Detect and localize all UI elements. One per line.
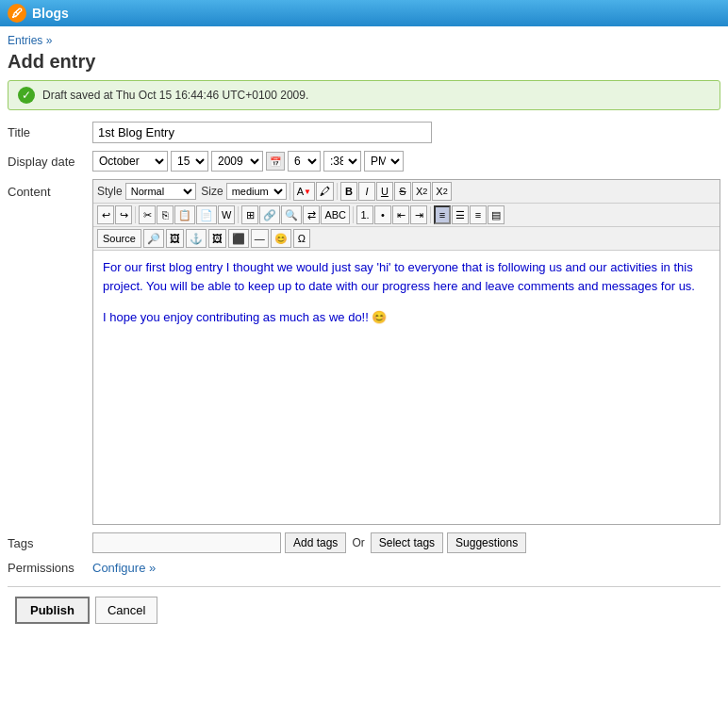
anchor-btn[interactable]: ⚓	[186, 229, 207, 248]
sep-3	[135, 206, 136, 223]
strikethrough-btn[interactable]: S	[394, 182, 411, 201]
align-center-btn[interactable]: ☰	[452, 205, 469, 224]
toolbar-row-3: Source 🔎 🖼 ⚓ 🖼 ⬛ — 😊 Ω	[93, 227, 720, 251]
undo-btn[interactable]: ↩	[97, 205, 114, 224]
tags-label: Tags	[8, 536, 92, 550]
day-select[interactable]: 141516	[171, 151, 208, 172]
app-icon: 🖊	[8, 4, 26, 23]
select-tags-button[interactable]: Select tags	[371, 532, 443, 553]
indent-btn[interactable]: ⇥	[410, 205, 427, 224]
icon-btn-2[interactable]: 🖼	[166, 229, 184, 248]
page-title: Add entry	[8, 49, 720, 80]
alert-message: Draft saved at Thu Oct 15 16:44:46 UTC+0…	[42, 89, 308, 102]
ordered-list-btn[interactable]: 1.	[356, 205, 373, 224]
sep-5	[353, 206, 354, 223]
size-select[interactable]: smallmediumlarge	[226, 183, 287, 200]
replace-btn[interactable]: ⇄	[303, 205, 320, 224]
image-btn[interactable]: 🖼	[208, 229, 226, 248]
content-paragraph-1: For our first blog entry I thought we wo…	[103, 258, 710, 295]
cut-btn[interactable]: ✂	[139, 205, 156, 224]
content-label: Content	[8, 179, 92, 199]
bold-btn[interactable]: B	[340, 182, 357, 201]
title-row: Title	[8, 122, 720, 143]
cancel-button[interactable]: Cancel	[95, 597, 157, 624]
date-controls: JanuaryFebruaryMarch AprilMayJune JulyAu…	[92, 151, 404, 172]
display-date-row: Display date JanuaryFebruaryMarch AprilM…	[8, 151, 720, 172]
minute-select[interactable]: :38:39	[323, 151, 361, 172]
year-select[interactable]: 20092010	[211, 151, 263, 172]
toolbar-row-1: Style NormalHeading 1Heading 2Heading 3 …	[93, 180, 720, 204]
redo-btn[interactable]: ↪	[115, 205, 132, 224]
spell-icon-btn[interactable]: 🔎	[143, 229, 164, 248]
content-row: Content Style NormalHeading 1Heading 2He…	[8, 179, 720, 525]
add-tags-button[interactable]: Add tags	[285, 532, 346, 553]
breadcrumb-separator: »	[46, 34, 53, 47]
editor-container: Style NormalHeading 1Heading 2Heading 3 …	[92, 179, 720, 525]
table-btn[interactable]: ⊞	[241, 205, 258, 224]
tags-or-label: Or	[352, 536, 364, 549]
hour-select[interactable]: 567	[288, 151, 321, 172]
copy-btn[interactable]: ⎘	[157, 205, 174, 224]
smiley-btn[interactable]: 😊	[271, 229, 291, 248]
permissions-label: Permissions	[8, 561, 92, 575]
underline-btn[interactable]: U	[376, 182, 393, 201]
app-header: 🖊 Blogs	[0, 0, 728, 26]
ampm-select[interactable]: AMPM	[364, 151, 404, 172]
size-label: Size	[201, 185, 223, 198]
italic-btn[interactable]: I	[358, 182, 375, 201]
outdent-btn[interactable]: ⇤	[392, 205, 409, 224]
find-btn[interactable]: 🔍	[281, 205, 302, 224]
display-date-label: Display date	[8, 155, 92, 169]
style-select[interactable]: NormalHeading 1Heading 2Heading 3	[125, 183, 196, 200]
breadcrumb-entries-link[interactable]: Entries	[8, 34, 42, 47]
editor-content[interactable]: For our first blog entry I thought we wo…	[93, 251, 720, 524]
alert-success: ✓ Draft saved at Thu Oct 15 16:44:46 UTC…	[8, 80, 720, 110]
alert-icon: ✓	[18, 87, 35, 104]
source-btn[interactable]: Source	[97, 229, 141, 248]
hr-btn[interactable]: —	[251, 229, 269, 248]
paste-btn[interactable]: 📋	[174, 205, 195, 224]
sep-2	[337, 183, 338, 200]
publish-button[interactable]: Publish	[15, 597, 90, 624]
month-select[interactable]: JanuaryFebruaryMarch AprilMayJune JulyAu…	[92, 151, 168, 172]
title-label: Title	[8, 125, 92, 139]
block-btn[interactable]: ⬛	[228, 229, 249, 248]
page-content: Entries » Add entry ✓ Draft saved at Thu…	[0, 26, 728, 641]
toolbar-row-2: ↩ ↪ ✂ ⎘ 📋 📄 W ⊞ 🔗 🔍 ⇄ ABC 1. • ⇤ ⇥	[93, 204, 720, 227]
tags-row: Tags Add tags Or Select tags Suggestions	[8, 532, 720, 553]
suggestions-button[interactable]: Suggestions	[447, 532, 526, 553]
align-justify-btn[interactable]: ▤	[488, 205, 505, 224]
title-input[interactable]	[92, 122, 432, 143]
sep-4	[238, 206, 239, 223]
content-paragraph-2: I hope you enjoy contributing as much as…	[103, 308, 710, 327]
paste-text-btn[interactable]: 📄	[196, 205, 217, 224]
breadcrumb: Entries »	[8, 30, 720, 49]
sep-6	[430, 206, 431, 223]
link-btn[interactable]: 🔗	[259, 205, 280, 224]
bottom-bar: Publish Cancel	[8, 586, 720, 633]
permissions-row: Permissions Configure »	[8, 561, 720, 575]
style-label: Style	[97, 185, 123, 198]
spellcheck-btn[interactable]: ABC	[321, 205, 350, 224]
sep-1	[290, 183, 290, 200]
special-char-btn[interactable]: Ω	[293, 229, 310, 248]
superscript-btn[interactable]: X2	[432, 182, 451, 201]
font-color-btn[interactable]: A▼	[293, 182, 315, 201]
calendar-button[interactable]: 📅	[266, 152, 285, 171]
subscript-btn[interactable]: X2	[412, 182, 431, 201]
unordered-list-btn[interactable]: •	[374, 205, 391, 224]
tags-input[interactable]	[92, 532, 281, 553]
paste-word-btn[interactable]: W	[218, 205, 235, 224]
app-title: Blogs	[32, 6, 69, 21]
configure-link[interactable]: Configure »	[92, 561, 156, 575]
align-left-btn[interactable]: ≡	[434, 205, 451, 224]
align-right-btn[interactable]: ≡	[470, 205, 487, 224]
highlight-btn[interactable]: 🖍	[316, 182, 334, 201]
